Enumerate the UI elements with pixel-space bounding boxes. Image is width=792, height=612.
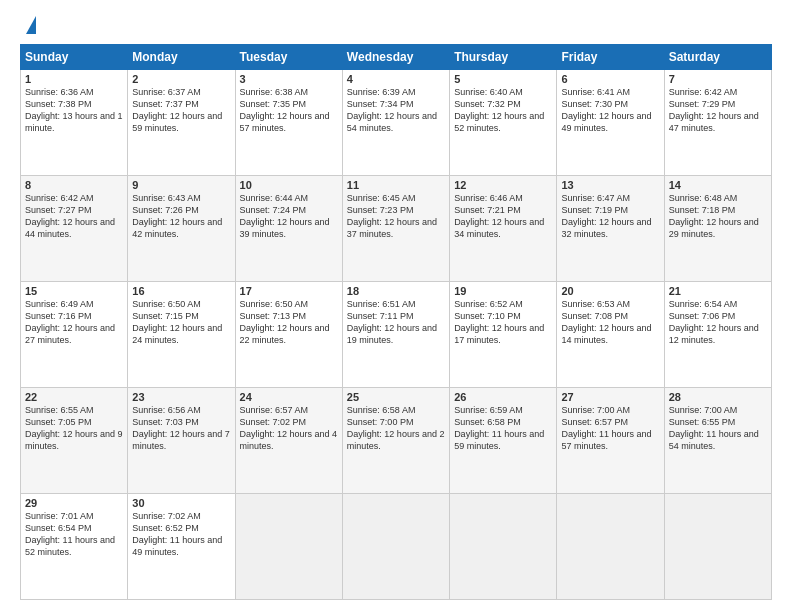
day-number: 30 bbox=[132, 497, 230, 509]
cell-info: Sunrise: 6:52 AMSunset: 7:10 PMDaylight:… bbox=[454, 298, 552, 347]
calendar-cell: 9 Sunrise: 6:43 AMSunset: 7:26 PMDayligh… bbox=[128, 176, 235, 282]
calendar-week-row: 1 Sunrise: 6:36 AMSunset: 7:38 PMDayligh… bbox=[21, 70, 772, 176]
day-number: 27 bbox=[561, 391, 659, 403]
cell-info: Sunrise: 6:36 AMSunset: 7:38 PMDaylight:… bbox=[25, 86, 123, 135]
calendar-week-row: 8 Sunrise: 6:42 AMSunset: 7:27 PMDayligh… bbox=[21, 176, 772, 282]
calendar-cell: 8 Sunrise: 6:42 AMSunset: 7:27 PMDayligh… bbox=[21, 176, 128, 282]
logo-triangle-icon bbox=[26, 16, 36, 34]
logo bbox=[20, 16, 36, 34]
calendar-week-row: 15 Sunrise: 6:49 AMSunset: 7:16 PMDaylig… bbox=[21, 282, 772, 388]
calendar-cell: 18 Sunrise: 6:51 AMSunset: 7:11 PMDaylig… bbox=[342, 282, 449, 388]
day-number: 18 bbox=[347, 285, 445, 297]
day-number: 29 bbox=[25, 497, 123, 509]
calendar-cell: 12 Sunrise: 6:46 AMSunset: 7:21 PMDaylig… bbox=[450, 176, 557, 282]
weekday-header: Monday bbox=[128, 45, 235, 70]
cell-info: Sunrise: 6:50 AMSunset: 7:13 PMDaylight:… bbox=[240, 298, 338, 347]
day-number: 26 bbox=[454, 391, 552, 403]
calendar-cell: 4 Sunrise: 6:39 AMSunset: 7:34 PMDayligh… bbox=[342, 70, 449, 176]
weekday-header: Saturday bbox=[664, 45, 771, 70]
cell-info: Sunrise: 6:44 AMSunset: 7:24 PMDaylight:… bbox=[240, 192, 338, 241]
calendar-body: 1 Sunrise: 6:36 AMSunset: 7:38 PMDayligh… bbox=[21, 70, 772, 600]
calendar-cell: 14 Sunrise: 6:48 AMSunset: 7:18 PMDaylig… bbox=[664, 176, 771, 282]
day-number: 19 bbox=[454, 285, 552, 297]
calendar-cell: 25 Sunrise: 6:58 AMSunset: 7:00 PMDaylig… bbox=[342, 388, 449, 494]
cell-info: Sunrise: 6:38 AMSunset: 7:35 PMDaylight:… bbox=[240, 86, 338, 135]
calendar-cell: 26 Sunrise: 6:59 AMSunset: 6:58 PMDaylig… bbox=[450, 388, 557, 494]
day-number: 9 bbox=[132, 179, 230, 191]
cell-info: Sunrise: 6:50 AMSunset: 7:15 PMDaylight:… bbox=[132, 298, 230, 347]
cell-info: Sunrise: 6:57 AMSunset: 7:02 PMDaylight:… bbox=[240, 404, 338, 453]
calendar-cell: 5 Sunrise: 6:40 AMSunset: 7:32 PMDayligh… bbox=[450, 70, 557, 176]
day-number: 10 bbox=[240, 179, 338, 191]
cell-info: Sunrise: 6:49 AMSunset: 7:16 PMDaylight:… bbox=[25, 298, 123, 347]
cell-info: Sunrise: 7:00 AMSunset: 6:57 PMDaylight:… bbox=[561, 404, 659, 453]
cell-info: Sunrise: 7:02 AMSunset: 6:52 PMDaylight:… bbox=[132, 510, 230, 559]
calendar-cell: 2 Sunrise: 6:37 AMSunset: 7:37 PMDayligh… bbox=[128, 70, 235, 176]
calendar-cell: 29 Sunrise: 7:01 AMSunset: 6:54 PMDaylig… bbox=[21, 494, 128, 600]
cell-info: Sunrise: 6:54 AMSunset: 7:06 PMDaylight:… bbox=[669, 298, 767, 347]
day-number: 17 bbox=[240, 285, 338, 297]
weekday-header: Friday bbox=[557, 45, 664, 70]
cell-info: Sunrise: 6:37 AMSunset: 7:37 PMDaylight:… bbox=[132, 86, 230, 135]
calendar-week-row: 22 Sunrise: 6:55 AMSunset: 7:05 PMDaylig… bbox=[21, 388, 772, 494]
cell-info: Sunrise: 6:53 AMSunset: 7:08 PMDaylight:… bbox=[561, 298, 659, 347]
weekday-header: Tuesday bbox=[235, 45, 342, 70]
day-number: 25 bbox=[347, 391, 445, 403]
day-number: 22 bbox=[25, 391, 123, 403]
calendar-cell: 19 Sunrise: 6:52 AMSunset: 7:10 PMDaylig… bbox=[450, 282, 557, 388]
cell-info: Sunrise: 7:01 AMSunset: 6:54 PMDaylight:… bbox=[25, 510, 123, 559]
calendar-cell: 24 Sunrise: 6:57 AMSunset: 7:02 PMDaylig… bbox=[235, 388, 342, 494]
cell-info: Sunrise: 6:48 AMSunset: 7:18 PMDaylight:… bbox=[669, 192, 767, 241]
day-number: 23 bbox=[132, 391, 230, 403]
day-number: 16 bbox=[132, 285, 230, 297]
cell-info: Sunrise: 6:46 AMSunset: 7:21 PMDaylight:… bbox=[454, 192, 552, 241]
cell-info: Sunrise: 6:51 AMSunset: 7:11 PMDaylight:… bbox=[347, 298, 445, 347]
cell-info: Sunrise: 6:42 AMSunset: 7:29 PMDaylight:… bbox=[669, 86, 767, 135]
day-number: 5 bbox=[454, 73, 552, 85]
calendar-cell: 16 Sunrise: 6:50 AMSunset: 7:15 PMDaylig… bbox=[128, 282, 235, 388]
day-number: 8 bbox=[25, 179, 123, 191]
day-number: 13 bbox=[561, 179, 659, 191]
cell-info: Sunrise: 7:00 AMSunset: 6:55 PMDaylight:… bbox=[669, 404, 767, 453]
calendar-cell: 28 Sunrise: 7:00 AMSunset: 6:55 PMDaylig… bbox=[664, 388, 771, 494]
calendar-cell: 23 Sunrise: 6:56 AMSunset: 7:03 PMDaylig… bbox=[128, 388, 235, 494]
day-number: 21 bbox=[669, 285, 767, 297]
day-number: 14 bbox=[669, 179, 767, 191]
calendar-cell: 17 Sunrise: 6:50 AMSunset: 7:13 PMDaylig… bbox=[235, 282, 342, 388]
calendar-cell: 6 Sunrise: 6:41 AMSunset: 7:30 PMDayligh… bbox=[557, 70, 664, 176]
day-number: 20 bbox=[561, 285, 659, 297]
weekday-header: Wednesday bbox=[342, 45, 449, 70]
calendar-cell: 21 Sunrise: 6:54 AMSunset: 7:06 PMDaylig… bbox=[664, 282, 771, 388]
day-number: 4 bbox=[347, 73, 445, 85]
calendar-cell: 13 Sunrise: 6:47 AMSunset: 7:19 PMDaylig… bbox=[557, 176, 664, 282]
page: SundayMondayTuesdayWednesdayThursdayFrid… bbox=[0, 0, 792, 612]
day-number: 1 bbox=[25, 73, 123, 85]
header bbox=[20, 16, 772, 34]
weekday-row: SundayMondayTuesdayWednesdayThursdayFrid… bbox=[21, 45, 772, 70]
calendar-cell bbox=[664, 494, 771, 600]
calendar-cell bbox=[235, 494, 342, 600]
calendar-cell: 20 Sunrise: 6:53 AMSunset: 7:08 PMDaylig… bbox=[557, 282, 664, 388]
cell-info: Sunrise: 6:39 AMSunset: 7:34 PMDaylight:… bbox=[347, 86, 445, 135]
cell-info: Sunrise: 6:55 AMSunset: 7:05 PMDaylight:… bbox=[25, 404, 123, 453]
day-number: 12 bbox=[454, 179, 552, 191]
cell-info: Sunrise: 6:45 AMSunset: 7:23 PMDaylight:… bbox=[347, 192, 445, 241]
calendar-cell: 10 Sunrise: 6:44 AMSunset: 7:24 PMDaylig… bbox=[235, 176, 342, 282]
weekday-header: Thursday bbox=[450, 45, 557, 70]
calendar-cell: 22 Sunrise: 6:55 AMSunset: 7:05 PMDaylig… bbox=[21, 388, 128, 494]
day-number: 15 bbox=[25, 285, 123, 297]
cell-info: Sunrise: 6:42 AMSunset: 7:27 PMDaylight:… bbox=[25, 192, 123, 241]
calendar-cell: 1 Sunrise: 6:36 AMSunset: 7:38 PMDayligh… bbox=[21, 70, 128, 176]
day-number: 3 bbox=[240, 73, 338, 85]
cell-info: Sunrise: 6:43 AMSunset: 7:26 PMDaylight:… bbox=[132, 192, 230, 241]
calendar-cell: 15 Sunrise: 6:49 AMSunset: 7:16 PMDaylig… bbox=[21, 282, 128, 388]
day-number: 7 bbox=[669, 73, 767, 85]
weekday-header: Sunday bbox=[21, 45, 128, 70]
calendar-cell: 30 Sunrise: 7:02 AMSunset: 6:52 PMDaylig… bbox=[128, 494, 235, 600]
cell-info: Sunrise: 6:41 AMSunset: 7:30 PMDaylight:… bbox=[561, 86, 659, 135]
calendar-cell bbox=[342, 494, 449, 600]
calendar-cell bbox=[557, 494, 664, 600]
cell-info: Sunrise: 6:40 AMSunset: 7:32 PMDaylight:… bbox=[454, 86, 552, 135]
cell-info: Sunrise: 6:47 AMSunset: 7:19 PMDaylight:… bbox=[561, 192, 659, 241]
calendar-cell: 27 Sunrise: 7:00 AMSunset: 6:57 PMDaylig… bbox=[557, 388, 664, 494]
